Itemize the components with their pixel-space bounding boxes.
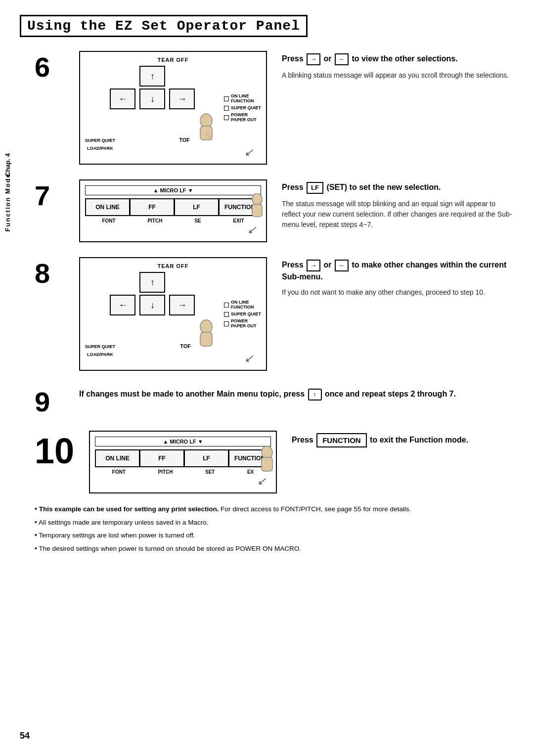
svg-point-7 <box>262 446 272 459</box>
indicator-box-power-8 <box>224 321 229 326</box>
lf-key-inline: LF <box>307 182 323 194</box>
pitch-label-7: PITCH <box>147 218 162 223</box>
step-6-panel: TEAR OFF ↑ ← ↓ → SUPER QUIET <box>79 51 267 165</box>
indicator-superquiet-8: SUPER QUIET <box>224 312 261 317</box>
online-btn-10[interactable]: ON LINE <box>95 449 139 467</box>
indicator-label-online: ON LINEFUNCTION <box>231 94 254 104</box>
left-arrow-inline: ← <box>335 53 349 65</box>
right-arrow-btn[interactable]: → <box>169 89 195 109</box>
tearoff-label-8: TEAR OFF <box>85 263 261 269</box>
left-arrow-btn[interactable]: ← <box>110 89 135 109</box>
ff-btn-7[interactable]: FF <box>130 198 174 216</box>
footer-note-4: • The desired settings when power is tur… <box>35 543 514 554</box>
svg-point-0 <box>200 114 212 128</box>
online-btn-7[interactable]: ON LINE <box>85 198 130 216</box>
micro-lf-bar-10: ▲ MICRO LF ▼ <box>95 437 271 446</box>
footer-note-1-bold: This example can be used for setting any… <box>39 505 219 513</box>
indicator-box-power <box>224 115 229 120</box>
step-7-text: Press LF (SET) to set the new selection.… <box>282 179 514 230</box>
ff-btn-10[interactable]: FF <box>139 449 184 467</box>
step-7-title: Press LF (SET) to set the new selection. <box>282 182 514 194</box>
four-labels-10: FONT PITCH SET EX <box>95 469 271 475</box>
four-btn-row-10: ON LINE FF LF FUNCTION <box>95 449 271 467</box>
indicator-power-8: POWERPAPER OUT <box>224 319 261 329</box>
step-7-row: 7 ▲ MICRO LF ▼ ON LINE FF LF FUNCTION <box>35 179 514 242</box>
step-10-text: Press FUNCTION to exit the Function mode… <box>292 431 514 452</box>
indicator-box-superquiet <box>224 106 229 111</box>
super-quiet-label-8: SUPER QUIET <box>85 344 115 349</box>
svg-point-3 <box>252 193 262 205</box>
step-6-title: Press → or ← to view the other selection… <box>282 53 514 65</box>
step-7-panel: ▲ MICRO LF ▼ ON LINE FF LF FUNCTION <box>79 179 267 242</box>
step-8-row: 8 TEAR OFF ↑ ← ↓ → SUPER QUIET <box>35 257 514 371</box>
svg-rect-8 <box>262 457 272 471</box>
step-8-body: If you do not want to make any other cha… <box>282 287 514 298</box>
indicator-box-online <box>224 96 229 101</box>
tof-label: TOF <box>179 137 190 143</box>
step-10-panel: ▲ MICRO LF ▼ ON LINE FF LF FUNCTION <box>89 431 277 493</box>
font-label-10: FONT <box>112 469 126 475</box>
footer-note-2: • All settings made are temporary unless… <box>35 517 514 528</box>
panel-6-layout: ↑ ← ↓ → SUPER QUIET TOF <box>85 66 261 151</box>
footer-note-3: • Temporary settings are lost when power… <box>35 530 514 541</box>
pitch-label-10: PITCH <box>158 469 173 475</box>
lf-btn-10[interactable]: LF <box>184 449 228 467</box>
step-9-number: 9 <box>35 388 64 416</box>
footer-note-1: • This example can be used for setting a… <box>35 503 514 515</box>
svg-rect-4 <box>252 204 262 217</box>
right-arrow-btn-8[interactable]: → <box>169 295 195 315</box>
step-10-number: 10 <box>35 433 74 469</box>
font-label-7: FONT <box>102 218 115 223</box>
page-number: 54 <box>20 731 30 741</box>
lf-btn-7[interactable]: LF <box>174 198 219 216</box>
footer-note-1-rest: For direct access to FONT/PITCH, see pag… <box>221 505 411 513</box>
step-7-body: The status message will stop blinking an… <box>282 199 514 230</box>
finger-icon-10 <box>252 445 282 475</box>
left-arrow-btn-8[interactable]: ← <box>110 295 135 315</box>
indicator-box-online-8 <box>224 303 229 308</box>
step-6-number: 6 <box>35 53 64 81</box>
main-content: 6 TEAR OFF ↑ ← ↓ → SUPER QUIE <box>35 51 514 493</box>
exit-label-7: EXIT <box>233 218 244 223</box>
loadpark-label-8: LOAD/PARK <box>85 352 220 357</box>
step-8-text: Press → or ← to make other changes withi… <box>282 257 514 298</box>
left-arrow-inline-8: ← <box>335 260 349 271</box>
tearoff-label: TEAR OFF <box>85 57 261 63</box>
panel-8-indicators: ON LINEFUNCTION SUPER QUIET POWERPAPER O… <box>224 300 261 329</box>
step-8-title: Press → or ← to make other changes withi… <box>282 260 514 282</box>
right-arrow-inline-8: → <box>307 260 320 271</box>
up-arrow-inline-9: ↑ <box>308 389 322 400</box>
step-8-panel: TEAR OFF ↑ ← ↓ → SUPER QUIET TOF <box>79 257 267 371</box>
down-arrow-btn[interactable]: ↓ <box>139 89 165 109</box>
function-mode-label: Function Mode <box>4 173 11 231</box>
step-6-body: A blinking status message will appear as… <box>282 70 514 81</box>
right-arrow-inline: → <box>307 53 320 65</box>
micro-lf-bar-7: ▲ MICRO LF ▼ <box>85 185 261 195</box>
four-btn-row-7: ON LINE FF LF FUNCTION <box>85 198 261 216</box>
set-label-10: SET <box>205 469 215 475</box>
finger-icon <box>193 113 220 143</box>
up-arrow-btn[interactable]: ↑ <box>139 66 165 87</box>
indicator-label-power: POWERPAPER OUT <box>231 113 257 123</box>
step-9-text: If changes must be made to another Main … <box>79 386 514 400</box>
indicator-label-online-8: ON LINEFUNCTION <box>231 300 254 310</box>
indicator-label-superquiet-8: SUPER QUIET <box>231 312 261 317</box>
panel-6-indicators: ON LINEFUNCTION SUPER QUIET POWERPAPER O… <box>224 94 261 123</box>
step-9-row: 9 If changes must be made to another Mai… <box>35 386 514 416</box>
scroll-curve-10: ↙ <box>95 475 271 488</box>
indicator-power: POWERPAPER OUT <box>224 113 261 123</box>
loadpark-label: LOAD/PARK <box>85 146 220 151</box>
super-quiet-label-left: SUPER QUIET <box>85 138 115 143</box>
up-arrow-btn-8[interactable]: ↑ <box>139 272 165 293</box>
scroll-curve-7: ↙ <box>85 223 261 236</box>
step-7-number: 7 <box>35 182 64 210</box>
page-title: Using the EZ Set Operator Panel <box>20 15 308 37</box>
down-arrow-btn-8[interactable]: ↓ <box>139 295 165 315</box>
step-6-row: 6 TEAR OFF ↑ ← ↓ → SUPER QUIE <box>35 51 514 165</box>
indicator-online-8: ON LINEFUNCTION <box>224 300 261 310</box>
indicator-label-superquiet: SUPER QUIET <box>231 106 261 111</box>
step-6-text: Press → or ← to view the other selection… <box>282 51 514 81</box>
svg-point-5 <box>200 320 212 334</box>
finger-icon-7 <box>244 193 271 221</box>
indicator-label-power-8: POWERPAPER OUT <box>231 319 257 329</box>
